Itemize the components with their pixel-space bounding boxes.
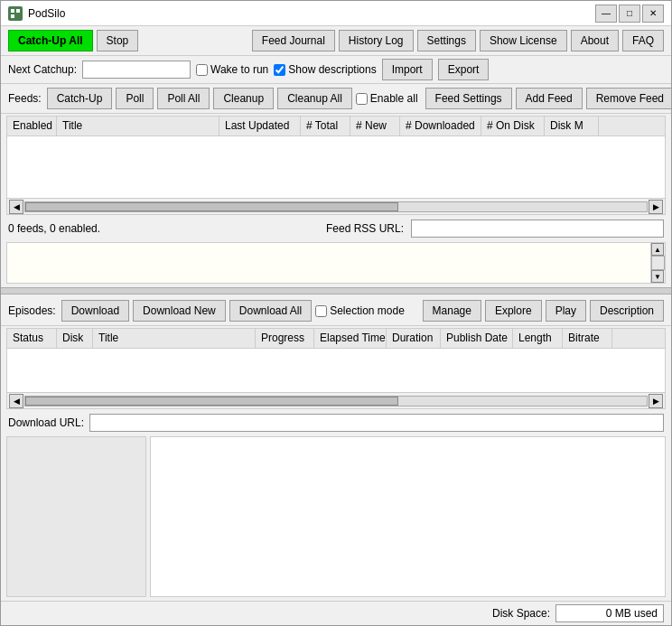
ep-col-length: Length xyxy=(513,329,563,348)
poll-all-button[interactable]: Poll All xyxy=(157,88,210,109)
col-downloaded: # Downloaded xyxy=(400,117,481,135)
disk-space-label: Disk Space: xyxy=(492,607,550,620)
ep-hscroll-left-arrow[interactable]: ◀ xyxy=(9,394,23,408)
feed-table-body[interactable] xyxy=(7,136,665,198)
svg-rect-2 xyxy=(11,14,14,18)
next-catchup-row: Next Catchup: Wake to run Show descripti… xyxy=(1,56,671,84)
feeds-label: Feeds: xyxy=(8,92,42,105)
selection-mode-checkbox[interactable] xyxy=(315,305,327,317)
ep-col-bitrate: Bitrate xyxy=(563,329,612,348)
history-log-button[interactable]: History Log xyxy=(339,30,414,51)
faq-button[interactable]: FAQ xyxy=(622,30,664,51)
hscroll-right-arrow[interactable]: ▶ xyxy=(649,200,663,214)
wake-to-run-checkbox[interactable] xyxy=(196,64,208,76)
hscroll-track[interactable] xyxy=(24,201,648,212)
remove-feed-button[interactable]: Remove Feed xyxy=(586,88,672,109)
main-toolbar: Catch-Up All Stop Feed Journal History L… xyxy=(1,26,671,56)
ep-col-duration: Duration xyxy=(387,329,441,348)
cleanup-button[interactable]: Cleanup xyxy=(213,88,274,109)
download-new-button[interactable]: Download New xyxy=(133,300,226,322)
window-title: PodSilo xyxy=(28,7,65,20)
section-divider xyxy=(1,287,671,294)
feed-table: Enabled Title Last Updated # Total # New… xyxy=(6,116,666,215)
episodes-toolbar: Episodes: Download Download New Download… xyxy=(1,296,671,326)
add-feed-button[interactable]: Add Feed xyxy=(516,88,583,109)
show-descriptions-checkbox[interactable] xyxy=(274,64,285,76)
cleanup-all-button[interactable]: Cleanup All xyxy=(277,88,352,109)
svg-rect-1 xyxy=(16,9,20,13)
episode-table-body[interactable] xyxy=(7,349,665,392)
ep-col-title: Title xyxy=(93,329,256,348)
ep-col-elapsed: Elapsed Time xyxy=(314,329,387,348)
hscroll-left-arrow[interactable]: ◀ xyxy=(9,200,23,214)
ep-hscroll-track[interactable] xyxy=(24,396,648,406)
import-button[interactable]: Import xyxy=(382,59,433,80)
minimize-button[interactable]: — xyxy=(595,5,617,23)
feed-desc-vscroll: ▲ ▼ xyxy=(650,243,665,283)
ep-col-status: Status xyxy=(7,329,57,348)
col-total: # Total xyxy=(301,117,350,135)
enable-all-label: Enable all xyxy=(356,92,418,105)
feed-status-row: 0 feeds, 0 enabled. Feed RSS URL: xyxy=(1,217,671,240)
download-all-button[interactable]: Download All xyxy=(229,300,312,322)
feeds-toolbar: Feeds: Catch-Up Poll Poll All Cleanup Cl… xyxy=(1,84,671,114)
feed-rss-input[interactable] xyxy=(411,220,664,238)
svg-rect-0 xyxy=(11,9,14,13)
episode-table: Status Disk Title Progress Elapsed Time … xyxy=(6,328,666,409)
explore-button[interactable]: Explore xyxy=(485,300,542,322)
enable-all-checkbox[interactable] xyxy=(356,93,368,105)
feed-journal-button[interactable]: Feed Journal xyxy=(252,30,335,51)
episode-table-header: Status Disk Title Progress Elapsed Time … xyxy=(7,329,665,349)
poll-button[interactable]: Poll xyxy=(116,88,154,109)
feed-count: 0 feeds, 0 enabled. xyxy=(8,222,319,235)
col-disk-m: Disk M xyxy=(545,117,599,135)
col-new: # New xyxy=(350,117,400,135)
main-window: PodSilo — □ ✕ Catch-Up All Stop Feed Jou… xyxy=(0,0,672,626)
about-button[interactable]: About xyxy=(571,30,619,51)
vscroll-down-arrow[interactable]: ▼ xyxy=(651,270,664,283)
download-url-input[interactable] xyxy=(89,414,664,432)
selection-mode-label: Selection mode xyxy=(315,304,405,317)
col-on-disk: # On Disk xyxy=(481,117,545,135)
vscroll-up-arrow[interactable]: ▲ xyxy=(651,243,664,256)
feed-description-area: ▲ ▼ xyxy=(6,242,666,284)
stop-button[interactable]: Stop xyxy=(97,30,139,51)
description-button[interactable]: Description xyxy=(590,300,664,322)
vscroll-track[interactable] xyxy=(651,256,665,270)
ep-col-disk: Disk xyxy=(57,329,93,348)
play-button[interactable]: Play xyxy=(546,300,586,322)
download-button[interactable]: Download xyxy=(61,300,129,322)
download-url-row: Download URL: xyxy=(1,411,671,434)
manage-button[interactable]: Manage xyxy=(423,300,481,322)
col-title: Title xyxy=(57,117,219,135)
notes-area[interactable] xyxy=(150,436,666,597)
episode-table-hscroll: ◀ ▶ xyxy=(7,392,665,408)
feed-table-hscroll: ◀ ▶ xyxy=(7,198,665,214)
title-bar: PodSilo — □ ✕ xyxy=(1,1,671,26)
episodes-label: Episodes: xyxy=(8,304,56,317)
bottom-section xyxy=(6,436,666,597)
feed-rss-label: Feed RSS URL: xyxy=(326,222,404,235)
hscroll-thumb[interactable] xyxy=(25,202,398,211)
next-catchup-label: Next Catchup: xyxy=(8,63,77,76)
show-descriptions-label: Show descriptions xyxy=(274,63,376,76)
wake-to-run-label: Wake to run xyxy=(196,63,268,76)
ep-hscroll-thumb[interactable] xyxy=(25,397,398,406)
title-bar-controls: — □ ✕ xyxy=(595,5,664,23)
feed-settings-button[interactable]: Feed Settings xyxy=(425,88,512,109)
ep-col-progress: Progress xyxy=(256,329,314,348)
settings-button[interactable]: Settings xyxy=(417,30,476,51)
catchup-all-button[interactable]: Catch-Up All xyxy=(8,30,93,51)
export-button[interactable]: Export xyxy=(438,59,490,80)
maximize-button[interactable]: □ xyxy=(619,5,640,23)
col-last-updated: Last Updated xyxy=(219,117,301,135)
show-license-button[interactable]: Show License xyxy=(480,30,567,51)
feed-description-content xyxy=(7,243,650,283)
col-enabled: Enabled xyxy=(7,117,57,135)
download-url-label: Download URL: xyxy=(8,416,84,429)
catch-up-button[interactable]: Catch-Up xyxy=(47,88,113,109)
ep-hscroll-right-arrow[interactable]: ▶ xyxy=(649,394,663,408)
close-button[interactable]: ✕ xyxy=(642,5,664,23)
next-catchup-input[interactable] xyxy=(82,61,191,79)
feed-table-header: Enabled Title Last Updated # Total # New… xyxy=(7,117,665,136)
